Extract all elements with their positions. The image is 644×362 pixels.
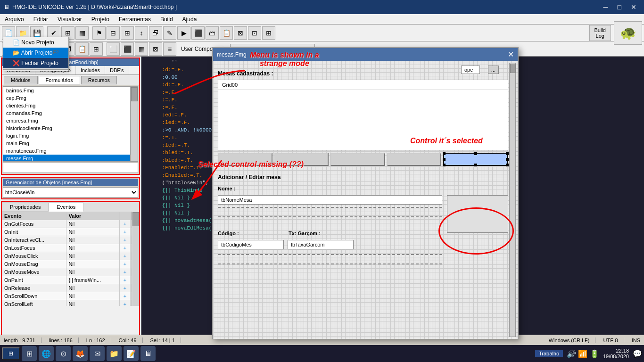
maximize-button[interactable]: □ xyxy=(614,2,625,12)
prop-plus-6[interactable]: + xyxy=(120,268,130,276)
menu-novo-projeto[interactable]: 📄 Novo Projeto xyxy=(3,37,68,48)
status-col: Col : 49 xyxy=(119,337,143,343)
pm-item-manutencao[interactable]: manutencao.Fmg xyxy=(3,147,138,155)
menu-ferramentas[interactable]: Ferramentas xyxy=(114,15,156,24)
menu-fechar-projeto[interactable]: ❌ Fechar Projeto xyxy=(3,58,68,68)
menu-build[interactable]: Build xyxy=(156,15,178,24)
taskbar-icon-5[interactable]: ✉ xyxy=(90,346,105,361)
props-row-0: OnGotFocus Nil + - xyxy=(2,220,139,228)
object-dropdown[interactable]: btnCloseWin xyxy=(3,187,138,197)
tb2-btn5[interactable]: ≡ xyxy=(163,42,176,56)
pm-item-bairros[interactable]: bairros.Fmg xyxy=(3,87,138,94)
tb2-paste[interactable]: 📋 xyxy=(75,42,89,56)
ope-field[interactable]: ope xyxy=(461,66,480,74)
tb-extra2[interactable]: ⊡ xyxy=(248,26,261,40)
pm-item-clientes[interactable]: clientes.Fmg xyxy=(3,102,138,109)
pm-item-empresa[interactable]: empresa.Fmg xyxy=(3,117,138,124)
tb2-sep2 xyxy=(104,42,106,56)
prop-plus-2[interactable]: + xyxy=(120,236,130,244)
props-tab-props[interactable]: Propriedades xyxy=(2,202,49,212)
tb2-btn3[interactable]: ▦ xyxy=(135,42,148,56)
form-btn-3[interactable] xyxy=(330,153,385,166)
pm-filter-input[interactable] xyxy=(3,163,138,173)
prop-plus-10[interactable]: + xyxy=(120,300,130,306)
menu-visualizar[interactable]: Visualizar xyxy=(53,15,87,24)
taskbar-icon-2[interactable]: 🌐 xyxy=(39,346,54,361)
taskbar-icon-4[interactable]: 🦊 xyxy=(73,346,88,361)
grid00-control[interactable]: Grid00 xyxy=(218,80,508,150)
tb-arrows[interactable]: ↕ xyxy=(135,26,148,40)
tb-window[interactable]: 🗗 xyxy=(149,26,162,40)
tb-table2[interactable]: ⊞ xyxy=(121,26,134,40)
prop-value-4: Nil xyxy=(66,252,120,260)
form-btn-1[interactable] xyxy=(218,153,272,166)
pm-tab-recursos[interactable]: Recursos xyxy=(81,76,117,84)
taskbar-icon-7[interactable]: 📝 xyxy=(124,346,139,361)
ope-button[interactable]: ... xyxy=(488,66,499,74)
pm-scrollbar[interactable] xyxy=(130,87,138,161)
pm-item-comandas[interactable]: comandas.Fmg xyxy=(3,109,138,117)
prop-value-0: Nil xyxy=(66,220,120,228)
prop-plus-9[interactable]: + xyxy=(120,292,130,300)
status-ln: Ln : 162 xyxy=(86,337,111,343)
build-log-button[interactable]: Build Log xyxy=(589,25,611,41)
prop-plus-3[interactable]: + xyxy=(120,244,130,252)
prop-plus-7[interactable]: + xyxy=(120,276,130,284)
date-display: 19/08/2020 xyxy=(603,354,629,359)
pm-tab-modulos[interactable]: Módulos xyxy=(4,76,38,84)
menu-projeto[interactable]: Projeto xyxy=(87,15,114,24)
prop-plus-5[interactable]: + xyxy=(120,260,130,268)
pm-menu-includes[interactable]: Includes xyxy=(76,66,105,74)
abrir-projeto-shortcut: F2 xyxy=(53,49,59,55)
taskbar-icon-8[interactable]: 🖥 xyxy=(140,346,156,361)
pm-item-historico[interactable]: historicocliente.Fmg xyxy=(3,124,138,132)
taskbar-icon-3[interactable]: ⊙ xyxy=(56,346,71,361)
form-btn-selected[interactable] xyxy=(443,153,508,166)
prop-plus-8[interactable]: + xyxy=(120,284,130,292)
pm-tab-formularios[interactable]: Formulários xyxy=(39,76,80,84)
tx-garcom-field[interactable]: tbTaxaGarcom xyxy=(288,240,354,249)
form-btn-4[interactable] xyxy=(387,153,442,166)
props-scrollbar[interactable] xyxy=(132,212,139,306)
tb-report[interactable]: 📋 xyxy=(220,26,233,40)
tb2-btn1[interactable]: ⬜ xyxy=(107,42,120,56)
taskbar-notification[interactable]: 💬 xyxy=(633,349,642,358)
tb-stop[interactable]: ⬛ xyxy=(191,26,205,40)
tb-flag[interactable]: ⚑ xyxy=(92,26,106,40)
tb-extra1[interactable]: ⊠ xyxy=(234,26,247,40)
pm-item-cep[interactable]: cep.Fmg xyxy=(3,94,138,102)
tb2-align[interactable]: ⊞ xyxy=(90,42,103,56)
tb-edit[interactable]: ✎ xyxy=(163,26,176,40)
props-scroll[interactable]: Evento Valor OnGotFocus Nil + - OnInit N… xyxy=(2,212,139,306)
tb2-btn2[interactable]: ⬛ xyxy=(121,42,134,56)
dialog-scrollbar[interactable] xyxy=(509,63,516,337)
minimize-button[interactable]: ─ xyxy=(600,2,612,12)
tb-grid2[interactable]: ▦ xyxy=(75,26,89,40)
prop-event-2: OnInteractiveCl... xyxy=(2,236,66,244)
tb2-btn4[interactable]: ⊠ xyxy=(149,42,162,56)
prop-plus-4[interactable]: + xyxy=(120,252,130,260)
menu-editar[interactable]: Editar xyxy=(29,15,53,24)
tb-dbf[interactable]: 🗃 xyxy=(206,26,219,40)
nome-field[interactable]: tbNomeMesa xyxy=(218,195,442,205)
menu-abrir-projeto[interactable]: 📂 Abrir Projeto F2 xyxy=(3,48,68,58)
prop-plus-0[interactable]: + xyxy=(120,220,130,228)
menu-ajuda[interactable]: Ajuda xyxy=(178,15,202,24)
pm-menu-dbfs[interactable]: DBF's xyxy=(105,66,129,74)
taskbar-icon-6[interactable]: 📁 xyxy=(107,346,122,361)
props-tab-events[interactable]: Eventos xyxy=(49,202,83,212)
start-button[interactable]: ⊞ xyxy=(2,347,20,360)
pm-item-mesas[interactable]: mesas.Fmg xyxy=(3,155,138,162)
pm-item-login[interactable]: login.Fmg xyxy=(3,132,138,140)
menu-arquivo[interactable]: Arquivo xyxy=(0,15,29,24)
dialog-close-button[interactable]: ✕ xyxy=(508,50,514,59)
close-button[interactable]: ✕ xyxy=(627,2,640,12)
pm-item-main[interactable]: main.Fmg xyxy=(3,140,138,147)
tb-extra3[interactable]: ⊞ xyxy=(262,26,275,40)
taskbar-icon-1[interactable]: ⊞ xyxy=(22,346,37,361)
tb-table[interactable]: ⊟ xyxy=(107,26,120,40)
form-btn-2[interactable] xyxy=(274,153,329,166)
prop-plus-1[interactable]: + xyxy=(120,228,130,236)
codigo-field[interactable]: tbCodigoMes xyxy=(218,240,284,249)
tb-run[interactable]: ▶ xyxy=(177,26,190,40)
